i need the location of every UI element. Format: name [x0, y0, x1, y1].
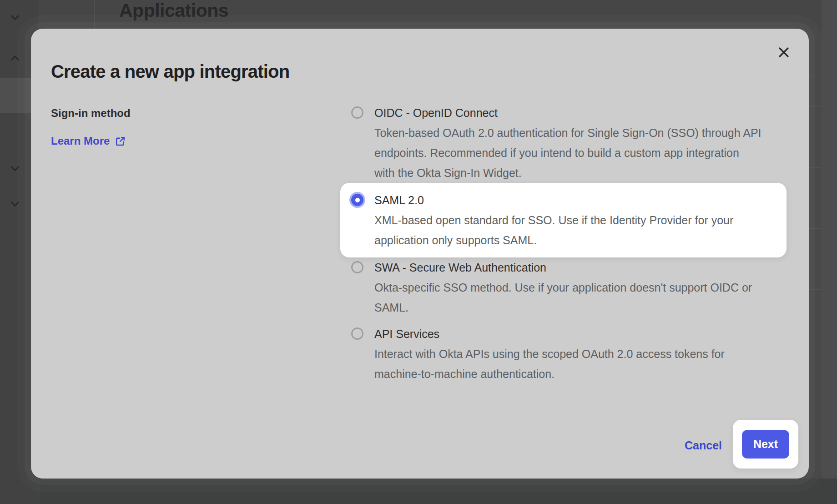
option-oidc-description: Token-based OAuth 2.0 authentication for…: [374, 123, 776, 183]
radio-saml[interactable]: [351, 194, 363, 206]
learn-more-label: Learn More: [51, 134, 110, 148]
option-saml-description: XML-based open standard for SSO. Use if …: [374, 210, 776, 250]
chevron-down-icon[interactable]: [10, 165, 20, 172]
chevron-up-icon[interactable]: [10, 54, 20, 61]
option-swa[interactable]: SWA - Secure Web Authentication Okta-spe…: [340, 257, 787, 318]
sign-in-method-options: OIDC - OpenID Connect Token-based OAuth …: [340, 103, 787, 384]
option-saml-label: SAML 2.0: [374, 190, 776, 210]
create-app-integration-modal: Create a new app integration Sign-in met…: [31, 29, 809, 479]
sign-in-method-label: Sign-in method: [51, 106, 131, 120]
page-table-row-lines: [809, 76, 822, 294]
external-link-icon: [115, 136, 126, 147]
option-swa-label: SWA - Secure Web Authentication: [374, 257, 776, 277]
radio-swa[interactable]: [351, 261, 363, 273]
cancel-button[interactable]: Cancel: [685, 438, 722, 453]
next-button[interactable]: Next: [742, 430, 789, 459]
nav-divider: [94, 0, 95, 29]
option-saml[interactable]: SAML 2.0 XML-based open standard for SSO…: [340, 183, 787, 257]
chevron-down-icon[interactable]: [10, 14, 20, 21]
option-oidc[interactable]: OIDC - OpenID Connect Token-based OAuth …: [340, 103, 787, 183]
modal-title: Create a new app integration: [51, 60, 289, 82]
option-oidc-label: OIDC - OpenID Connect: [374, 103, 776, 123]
page-right-column: [822, 0, 837, 479]
option-api-services-label: API Services: [374, 324, 776, 344]
radio-api-services[interactable]: [351, 328, 363, 340]
next-button-spotlight: Next: [733, 420, 798, 469]
option-api-services-description: Interact with Okta APIs using the scoped…: [374, 344, 776, 384]
learn-more-link[interactable]: Learn More: [51, 134, 126, 148]
chevron-down-icon[interactable]: [10, 201, 20, 208]
screen: Applications Create a new app integratio…: [0, 0, 837, 504]
page-bottom-edge: [0, 479, 837, 504]
close-icon[interactable]: [775, 44, 792, 61]
option-swa-description: Okta-specific SSO method. Use if your ap…: [374, 277, 776, 318]
page-title: Applications: [119, 0, 228, 24]
radio-oidc[interactable]: [351, 106, 363, 119]
option-api-services[interactable]: API Services Interact with Okta APIs usi…: [340, 324, 787, 384]
